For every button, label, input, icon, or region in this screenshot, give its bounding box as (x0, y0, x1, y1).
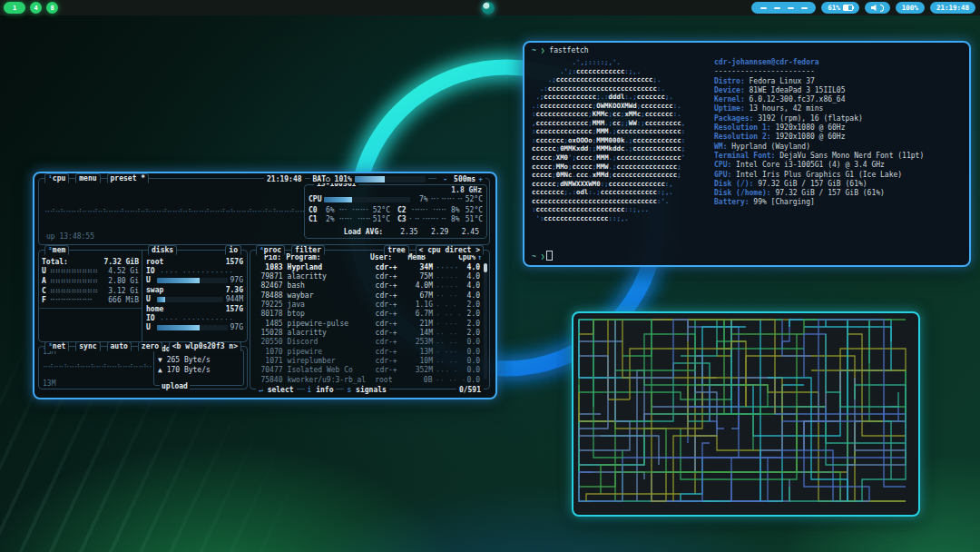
net-iface: <b wlp0s20f3 n> (169, 341, 241, 351)
info-button[interactable]: i info (305, 386, 337, 394)
volume-module[interactable]: 100% (896, 2, 925, 14)
proc-trend: ⠄⠄ ⠄⠄ (433, 330, 467, 337)
core-temp: 51°C (371, 215, 390, 223)
select-button[interactable]: ↵ select (256, 386, 297, 394)
net-tab-auto[interactable]: auto (107, 341, 132, 351)
process-row[interactable]: 20550Discordcdr-+253M⠄⠄ ⠄⠄0.0 (252, 338, 482, 347)
tab-number: ¹ (48, 174, 53, 182)
disk-used-value: 97G (230, 276, 243, 284)
net-tab-net[interactable]: ³net (44, 341, 69, 351)
process-row[interactable]: 75840kworker/u9:3-rb_alroot0B⠄⠄ ⠄⠄ ⠄0.0 (252, 375, 482, 384)
workspace-pill-8[interactable]: 8 (46, 2, 58, 14)
tab-io[interactable]: io (225, 245, 241, 255)
clock-module[interactable]: 21:19:48 (930, 2, 975, 14)
disk-io-meter: ⠄⠄⠄⠄ ⠄⠄⠄⠄⠄⠄⠄⠄⠄⠄⠄ (161, 268, 243, 275)
proc-mem: 67M (407, 291, 433, 300)
process-row[interactable]: 1083Hyprlandcdr-+34M⠄⠄⠄⠄⠄4.0 (252, 262, 482, 271)
upload-label: upload (160, 382, 190, 390)
tray-item-icon[interactable] (801, 7, 808, 9)
filter-button[interactable]: filter (291, 245, 325, 255)
tab-preset[interactable]: preset * (107, 173, 150, 183)
tab-disks[interactable]: disks (148, 245, 177, 255)
battery-module[interactable]: 61% (821, 2, 859, 14)
pipe-segment (615, 334, 768, 414)
proc-pid: 20550 (252, 338, 283, 346)
disk-name-row: swap7.3G (142, 285, 247, 294)
btop-window[interactable]: ¹cpumenupreset * 21:19:48 BAT○ 101% - 50… (33, 172, 497, 399)
info-label: Distro: (714, 77, 745, 85)
proc-user: cdr-+ (376, 263, 407, 271)
proc-pid: 70477 (252, 366, 283, 374)
mem-divider (39, 308, 142, 309)
process-row[interactable]: 79871alacrittycdr-+75M⠄⠄⠄⠄⠄4.0 (252, 271, 482, 281)
process-row[interactable]: 79225javacdr-+1.1G⠄ ⠄ ⠄2.0 (252, 300, 482, 309)
tray-item-icon[interactable] (788, 7, 794, 9)
tab-mem[interactable]: ²mem (44, 245, 69, 255)
core-pct: 6% (320, 206, 335, 214)
interface-selector[interactable]: <b wlp0s20f3 n> (169, 341, 241, 351)
pipe-segment (579, 414, 644, 479)
process-row[interactable]: 70477Isolated Web Cocdr-+352M⠄⠄⠄ ⠄0.0 (252, 366, 482, 375)
proc-pid: 1485 (252, 320, 283, 328)
fastfetch-window[interactable]: ~ ❯ fastfetch .',;::::;,'. .';:ccccccccc… (523, 41, 971, 267)
tray-item-icon[interactable] (760, 7, 767, 9)
host-title: cdr-johannsen@cdr-fedora (714, 58, 924, 67)
net-tab-sync[interactable]: sync (75, 341, 100, 351)
pipe-segment (673, 378, 782, 501)
workspace-pill-1[interactable]: 1 (4, 2, 25, 14)
pipe-segment (681, 320, 906, 443)
sort-selector[interactable]: < cpu direct > (416, 245, 484, 255)
mem-value: 2.80 Gi (108, 277, 139, 285)
audio-module[interactable] (865, 2, 890, 14)
proc-trend: ⠄ ⠄⠄⠄ (433, 348, 467, 355)
process-row[interactable]: 1070pipewirecdr-+13M⠄ ⠄⠄⠄0.0 (252, 347, 482, 356)
process-row[interactable]: 78488waybarcdr-+67M⠄⠄ ⠄⠄4.0 (252, 291, 482, 300)
process-row[interactable]: 1071wireplumbercdr-+10M⠄⠄ ⠄⠄0.0 (252, 356, 482, 365)
proc-mem: 34M (407, 263, 433, 271)
tab-cpu[interactable]: ¹cpu (44, 173, 69, 183)
logo-line: :cccccccccccccccccccccc::;,.. (532, 205, 685, 214)
net-tab-zero[interactable]: zero (138, 341, 162, 351)
signals-button[interactable]: s signals (344, 386, 388, 394)
pipe-segment (579, 436, 644, 501)
pipe-segment (746, 356, 855, 407)
disk-used-bar (157, 325, 228, 330)
tray-item-icon[interactable] (774, 7, 780, 9)
proc-pid: 82467 (252, 281, 283, 290)
disk-used-bar (157, 278, 228, 283)
process-row[interactable]: 1485pipewire-pulsecdr-+21M⠄ ⠄⠄⠄2.0 (252, 319, 482, 328)
workspace-pill-4[interactable]: 4 (30, 2, 42, 14)
proc-mem: 4.0M (407, 281, 433, 290)
mem-total-value: 7.32 GiB (68, 258, 139, 266)
mem-total-label: Total: (42, 258, 68, 266)
proc-program: bash (283, 281, 376, 290)
proc-user: cdr-+ (376, 310, 407, 318)
refresh-plus-button[interactable]: + (478, 175, 483, 183)
tree-toggle[interactable]: tree (384, 245, 408, 255)
tab-menu[interactable]: menu (75, 173, 100, 183)
proc-cpu: 4.0 (467, 291, 482, 300)
pipe-segment (840, 421, 906, 501)
process-list[interactable]: 1083Hyprlandcdr-+34M⠄⠄⠄⠄⠄4.079871alacrit… (252, 262, 482, 384)
proc-pid: 15028 (252, 329, 283, 337)
tray-module[interactable] (751, 2, 816, 14)
refresh-control[interactable]: - 500ms + (436, 174, 485, 184)
process-row[interactable]: 15028alacrittycdr-+14M⠄⠄ ⠄⠄2.0 (252, 328, 482, 337)
proc-scrollbar[interactable] (484, 263, 487, 380)
core-row: C12% ⠒⠒⠂⠐⠒⠒51°CC3⠂⠒⠐⠒⠒⠂⠒8%51°C (309, 214, 483, 223)
info-label: Kernel: (714, 95, 745, 104)
disk-size: 7.3G (163, 286, 243, 294)
tab-proc[interactable]: ⁴proc (256, 245, 285, 255)
process-row[interactable]: 80178btopcdr-+6.7M⠄ ⠄⠄ ⠄2.0 (252, 310, 482, 319)
proc-pid: 75840 (252, 376, 282, 384)
proc-trend: ⠄⠄ ⠄⠄ ⠄ (432, 376, 466, 383)
proc-program: kworker/u9:3-rb_al (282, 376, 375, 384)
cpu-usage-bar (324, 197, 410, 202)
core-temp: 52°C (371, 206, 390, 214)
proc-user: cdr-+ (376, 329, 407, 337)
logo-line: ccccccccccccccccccccccccccccccc:'. (532, 197, 685, 206)
process-row[interactable]: 82467bashcdr-+4.0M⠄⠄⠄⠄⠄4.0 (252, 281, 482, 291)
pipes-window[interactable] (572, 311, 920, 517)
tray-app-icon[interactable] (482, 2, 495, 15)
refresh-minus-button[interactable]: - (439, 174, 451, 184)
